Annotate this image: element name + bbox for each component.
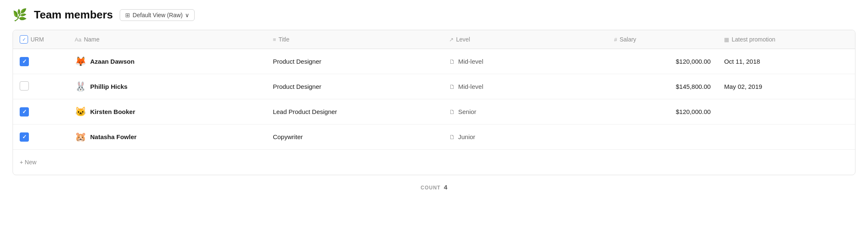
data-table: URM Aa Name ≡ Title	[13, 30, 855, 175]
add-new-row[interactable]: + New	[13, 150, 855, 175]
cell-salary: $120,000.00	[607, 49, 717, 74]
chevron-down-icon: ∨	[185, 12, 189, 18]
checkbox-checked[interactable]	[20, 107, 29, 116]
salary-text: $145,800.00	[676, 83, 711, 90]
hash-icon: #	[614, 36, 617, 43]
doc-icon: 🗋	[449, 109, 455, 115]
level-text: Mid-level	[458, 83, 483, 90]
cell-title: Lead Product Designer	[266, 99, 442, 124]
calendar-icon: ▦	[724, 36, 729, 43]
add-new-label[interactable]: + New	[20, 159, 36, 166]
col-label-title: Title	[279, 36, 290, 43]
col-header-level[interactable]: ↗ Level	[442, 30, 608, 49]
avatar: 🐹	[75, 132, 86, 142]
name-text: Natasha Fowler	[90, 133, 137, 140]
cell-salary	[607, 124, 717, 150]
count-value: 4	[444, 184, 447, 191]
checkbox-checked[interactable]	[20, 132, 29, 142]
cell-promotion: May 02, 2019	[717, 74, 855, 99]
table-row: 🐹 Natasha Fowler Copywriter 🗋 Junior	[13, 124, 855, 150]
name-text: Azaan Dawson	[90, 58, 135, 65]
level-text: Mid-level	[458, 58, 483, 65]
promotion-text: May 02, 2019	[724, 83, 762, 90]
salary-text: $120,000.00	[676, 58, 711, 65]
salary-text: $120,000.00	[676, 108, 711, 115]
view-selector[interactable]: ⊞ Default View (Raw) ∨	[120, 9, 195, 21]
cell-title: Copywriter	[266, 124, 442, 150]
cell-name: 🐰 Phillip Hicks	[68, 74, 266, 99]
col-label-promotion: Latest promotion	[732, 36, 775, 43]
col-header-promotion[interactable]: ▦ Latest promotion	[717, 30, 855, 49]
add-new-cell[interactable]: + New	[13, 150, 855, 175]
name-text: Phillip Hicks	[90, 83, 128, 90]
cell-checkbox[interactable]	[13, 74, 68, 99]
view-selector-label: Default View (Raw)	[133, 12, 183, 18]
table-row: 🐱 Kirsten Booker Lead Product Designer 🗋…	[13, 99, 855, 124]
grid-icon: ⊞	[125, 12, 130, 18]
col-header-title[interactable]: ≡ Title	[266, 30, 442, 49]
cell-promotion: Oct 11, 2018	[717, 49, 855, 74]
count-label: COUNT	[421, 185, 440, 191]
page-header: 🌿 Team members ⊞ Default View (Raw) ∨	[13, 8, 855, 21]
header-checkbox[interactable]	[20, 35, 28, 44]
avatar: 🐱	[75, 107, 86, 116]
text-icon: Aa	[75, 36, 82, 43]
col-label-salary: Salary	[619, 36, 636, 43]
col-label-urm: URM	[31, 36, 44, 43]
avatar: 🐰	[75, 82, 86, 91]
title-text: Copywriter	[273, 133, 303, 140]
cell-level: 🗋 Senior	[442, 99, 608, 124]
cell-checkbox[interactable]	[13, 49, 68, 74]
cell-checkbox[interactable]	[13, 99, 68, 124]
avatar: 🦊	[75, 57, 86, 66]
cell-checkbox[interactable]	[13, 124, 68, 150]
cell-title: Product Designer	[266, 74, 442, 99]
app-container: 🌿 Team members ⊞ Default View (Raw) ∨ UR…	[0, 0, 868, 233]
col-label-level: Level	[456, 36, 470, 43]
name-text: Kirsten Booker	[90, 108, 136, 115]
level-text: Senior	[458, 108, 476, 115]
doc-icon: 🗋	[449, 134, 455, 140]
doc-icon: 🗋	[449, 83, 455, 90]
table-header-row: URM Aa Name ≡ Title	[13, 30, 855, 49]
promotion-text: Oct 11, 2018	[724, 58, 760, 65]
cell-promotion	[717, 99, 855, 124]
table-row: 🐰 Phillip Hicks Product Designer 🗋 Mid-l…	[13, 74, 855, 99]
title-text: Product Designer	[273, 58, 321, 65]
doc-icon: 🗋	[449, 58, 455, 65]
cell-name: 🐱 Kirsten Booker	[68, 99, 266, 124]
cell-level: 🗋 Mid-level	[442, 74, 608, 99]
title-text: Product Designer	[273, 83, 321, 90]
cell-name: 🐹 Natasha Fowler	[68, 124, 266, 150]
col-label-name: Name	[84, 36, 99, 43]
checkbox-checked[interactable]	[20, 57, 29, 66]
cell-level: 🗋 Junior	[442, 124, 608, 150]
cell-level: 🗋 Mid-level	[442, 49, 608, 74]
cell-name: 🦊 Azaan Dawson	[68, 49, 266, 74]
cell-salary: $145,800.00	[607, 74, 717, 99]
cell-title: Product Designer	[266, 49, 442, 74]
app-logo: 🌿	[13, 9, 27, 21]
page-title: Team members	[34, 8, 113, 21]
col-header-salary[interactable]: # Salary	[607, 30, 717, 49]
level-text: Junior	[458, 133, 475, 140]
title-text: Lead Product Designer	[273, 108, 337, 115]
col-header-name[interactable]: Aa Name	[68, 30, 266, 49]
list-icon: ≡	[273, 36, 276, 43]
cell-salary: $120,000.00	[607, 99, 717, 124]
col-header-urm[interactable]: URM	[13, 30, 68, 49]
footer-count: COUNT 4	[13, 177, 855, 194]
cell-promotion	[717, 124, 855, 150]
arrow-icon: ↗	[449, 36, 454, 43]
table-row: 🦊 Azaan Dawson Product Designer 🗋 Mid-le…	[13, 49, 855, 74]
checkbox-unchecked[interactable]	[20, 81, 29, 91]
